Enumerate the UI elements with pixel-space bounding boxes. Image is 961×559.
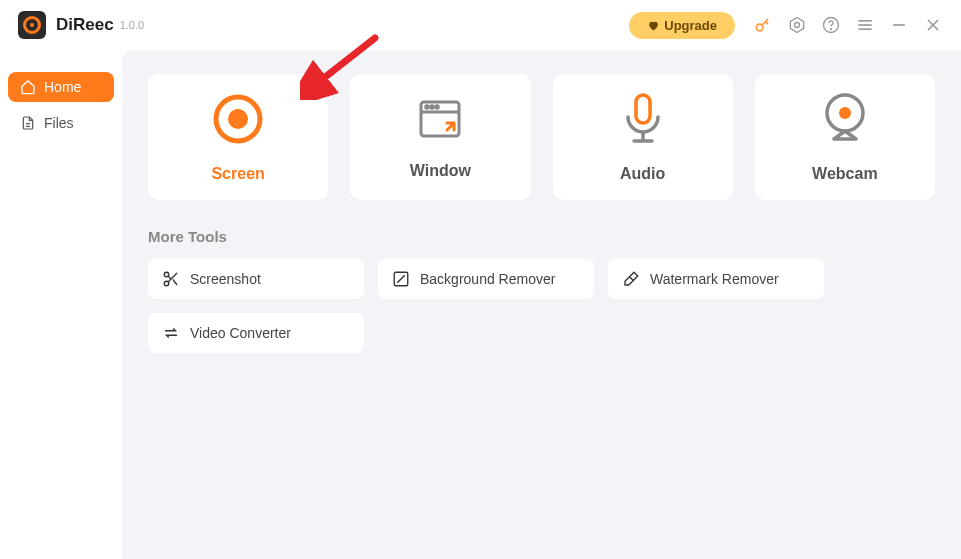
upgrade-label: Upgrade	[664, 18, 717, 33]
svg-point-14	[228, 109, 248, 129]
microphone-icon	[618, 91, 668, 147]
card-webcam[interactable]: Webcam	[755, 74, 935, 200]
window-icon	[415, 94, 465, 144]
bg-remove-icon	[392, 270, 410, 288]
key-icon[interactable]	[753, 15, 773, 35]
tool-label: Background Remover	[420, 271, 555, 287]
card-audio[interactable]: Audio	[553, 74, 733, 200]
svg-point-17	[426, 106, 429, 109]
tool-background-remover[interactable]: Background Remover	[378, 259, 594, 299]
svg-point-24	[839, 107, 851, 119]
sidebar-item-label: Home	[44, 79, 81, 95]
eraser-icon	[622, 270, 640, 288]
sidebar-item-label: Files	[44, 115, 74, 131]
sidebar-item-home[interactable]: Home	[8, 72, 114, 102]
help-icon[interactable]	[821, 15, 841, 35]
file-icon	[20, 115, 36, 131]
app-version: 1.0.0	[120, 19, 144, 31]
tool-label: Watermark Remover	[650, 271, 779, 287]
svg-point-19	[436, 106, 439, 109]
svg-point-2	[795, 23, 800, 28]
home-icon	[20, 79, 36, 95]
tool-watermark-remover[interactable]: Watermark Remover	[608, 259, 824, 299]
convert-icon	[162, 324, 180, 342]
sidebar: Home Files	[0, 50, 122, 559]
tool-label: Screenshot	[190, 271, 261, 287]
card-label: Audio	[620, 165, 665, 183]
screen-record-icon	[210, 91, 266, 147]
svg-marker-1	[790, 18, 803, 33]
card-screen[interactable]: Screen	[148, 74, 328, 200]
heart-icon	[647, 19, 660, 32]
svg-point-4	[831, 29, 832, 30]
card-label: Webcam	[812, 165, 878, 183]
settings-icon[interactable]	[787, 15, 807, 35]
svg-line-29	[168, 276, 171, 279]
svg-rect-20	[636, 95, 650, 123]
main-content: Screen Window	[122, 50, 961, 559]
close-icon[interactable]	[923, 15, 943, 35]
webcam-icon	[820, 91, 870, 147]
titlebar: DiReec 1.0.0 Upgrade	[0, 0, 961, 50]
svg-line-32	[630, 277, 634, 281]
app-logo	[18, 11, 46, 39]
tool-screenshot[interactable]: Screenshot	[148, 259, 364, 299]
card-window[interactable]: Window	[350, 74, 530, 200]
scissors-icon	[162, 270, 180, 288]
minimize-icon[interactable]	[889, 15, 909, 35]
svg-line-31	[397, 275, 405, 283]
app-name: DiReec	[56, 15, 114, 35]
svg-line-28	[173, 279, 177, 285]
menu-icon[interactable]	[855, 15, 875, 35]
sidebar-item-files[interactable]: Files	[8, 108, 114, 138]
more-tools-title: More Tools	[148, 228, 935, 245]
card-label: Screen	[211, 165, 264, 183]
tool-video-converter[interactable]: Video Converter	[148, 313, 364, 353]
svg-point-18	[431, 106, 434, 109]
tool-label: Video Converter	[190, 325, 291, 341]
card-label: Window	[410, 162, 471, 180]
upgrade-button[interactable]: Upgrade	[629, 12, 735, 39]
